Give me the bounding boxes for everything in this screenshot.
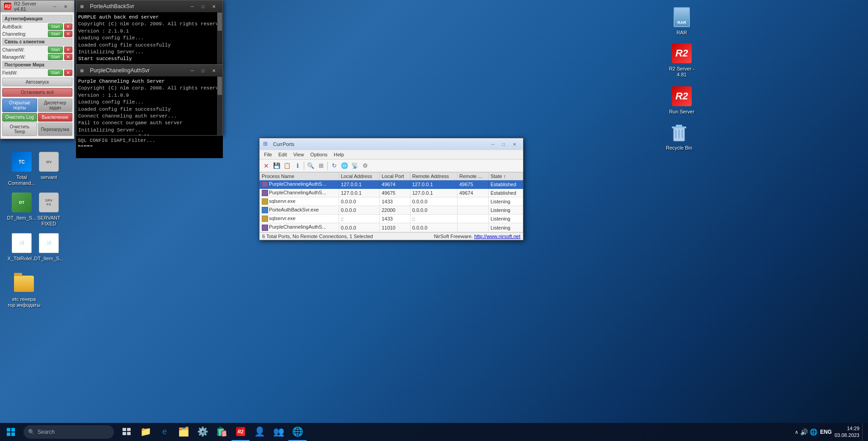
toolbar-properties-btn[interactable]: ℹ (292, 161, 302, 171)
taskbar-network-app[interactable]: 🌐 (288, 423, 307, 441)
toolbar-copy-btn[interactable]: 📋 (282, 161, 292, 171)
taskbar-search-area[interactable]: 🔍 Search (24, 425, 114, 439)
toolbar-save-btn[interactable]: 💾 (272, 161, 282, 171)
shutdown-btn[interactable]: Выключение (38, 113, 73, 122)
managerw-start-btn[interactable]: Start (48, 54, 63, 60)
toolbar-extra-btn[interactable]: ⚙ (360, 161, 370, 171)
clear-temp-btn[interactable]: Очистить Temp (2, 122, 37, 136)
taskbar-user[interactable]: 👤 (250, 423, 269, 441)
taskbar-speaker-icon[interactable]: 🔊 (800, 428, 808, 436)
taskbar-task-view[interactable] (118, 423, 136, 441)
recycle-bin-desktop-icon[interactable]: Recycle Bin (661, 120, 697, 153)
channelw-stop-btn[interactable]: ✕ (64, 47, 72, 53)
taskbar-settings[interactable]: ⚙️ (193, 423, 212, 441)
run-server-desktop-icon[interactable]: R2 Run Server (664, 84, 700, 117)
purple-scrollbar-thumb (217, 77, 222, 95)
open-ports-btn[interactable]: Открытые порты (2, 99, 37, 112)
dt-item-s2-icon[interactable]: 📄 DT_Item_S... (31, 230, 67, 263)
cell-process-name: sqlservr.exe (260, 197, 339, 206)
purple-close-btn[interactable]: ✕ (209, 66, 219, 75)
menu-file[interactable]: File (261, 151, 275, 158)
cell-local-addr: :: (339, 215, 379, 223)
currports-close-btn[interactable]: ✕ (509, 140, 519, 148)
cell-local-addr: 127.0.0.1 (339, 189, 379, 197)
taskbar-group[interactable]: 👥 (269, 423, 288, 441)
r2-minimize-btn[interactable]: ─ (50, 2, 60, 10)
servant-fixed-icon[interactable]: SRVFX SERVANTFIXED (31, 190, 67, 229)
taskbar-clock[interactable]: 14:29 03.08.2023 (835, 425, 859, 439)
fieldw-start-btn[interactable]: Start (48, 70, 63, 76)
purple-maximize-btn[interactable]: □ (198, 66, 208, 75)
svg-rect-8 (7, 432, 10, 436)
taskbar-network-icon[interactable]: 🌐 (810, 428, 817, 436)
authback-start-btn[interactable]: Start (48, 23, 63, 30)
menu-options[interactable]: Options (307, 151, 330, 158)
purple-line-8: Initializing Server... (78, 127, 221, 134)
porte-scrollbar[interactable] (217, 12, 222, 65)
menu-help[interactable]: Help (331, 151, 347, 158)
stop-all-btn[interactable]: Остановить всё (2, 88, 72, 97)
porte-close-btn[interactable]: ✕ (209, 2, 219, 10)
table-row[interactable]: sqlservr.exe :: 1433 :: Listening (260, 215, 523, 223)
porte-maximize-btn[interactable]: □ (198, 2, 208, 10)
r2-panel-titlebar[interactable]: R2 R2 Server v4.81 ─ ✕ (0, 0, 74, 12)
restart-btn[interactable]: Перезагрузка (38, 122, 73, 136)
taskbar-edge[interactable]: e (156, 423, 174, 441)
col-remote-port[interactable]: Remote ... (457, 173, 488, 180)
col-state[interactable]: State ↑ (488, 173, 523, 180)
fieldw-stop-btn[interactable]: ✕ (64, 70, 72, 76)
table-row[interactable]: PurpleChannelingAuthS... 127.0.0.1 49674… (260, 180, 523, 189)
purple-terminal-titlebar[interactable]: ■ PurpleChanelIngAuthSvr ─ □ ✕ (76, 65, 222, 76)
lang-badge[interactable]: ENG (820, 429, 832, 435)
table-row[interactable]: PurpleChannelingAuthS... 0.0.0.0 11010 0… (260, 223, 523, 232)
clear-log-btn[interactable]: Очистить Log (2, 113, 37, 122)
toolbar-refresh-btn[interactable]: ↻ (329, 161, 339, 171)
servant-icon[interactable]: srv servant (31, 149, 67, 182)
toolbar-filter-btn[interactable]: 🔍 (306, 161, 316, 171)
col-local-address[interactable]: Local Address (339, 173, 379, 180)
col-local-port[interactable]: Local Port (380, 173, 410, 180)
toolbar-web-btn[interactable]: 🌐 (340, 161, 349, 171)
toolbar-whois-btn[interactable]: 📡 (350, 161, 360, 171)
ports-tasks-row: Открытые порты Диспетчер задач (2, 99, 72, 112)
r2-close-btn[interactable]: ✕ (61, 2, 71, 10)
etc-gen-icon[interactable]: etc генератор инфодаты (4, 271, 44, 310)
toolbar-filter2-btn[interactable]: ⊞ (316, 161, 326, 171)
purple-minimize-btn[interactable]: ─ (187, 66, 197, 75)
managerw-stop-btn[interactable]: ✕ (64, 54, 72, 60)
porte-line-6: Initializing Server... (78, 49, 221, 56)
purple-scrollbar[interactable] (217, 76, 222, 135)
currports-maximize-btn[interactable]: □ (499, 140, 509, 148)
currports-titlebar[interactable]: ⊞ CurrPorts ─ □ ✕ (259, 138, 523, 150)
channeling-stop-btn[interactable]: ✕ (64, 31, 72, 37)
taskbar-explorer[interactable]: 🗂️ (175, 423, 193, 441)
rar-desktop-icon[interactable]: RAR RAR (664, 5, 700, 38)
r2server-desktop-icon[interactable]: R2 R2 Server -4.81 (664, 41, 700, 80)
recycle-bin-icon (668, 122, 690, 143)
menu-view[interactable]: View (291, 151, 307, 158)
cmd-content: SQL CONFIG ISAPI_Filter... PORTS (76, 136, 223, 146)
table-row[interactable]: sqlservr.exe 0.0.0.0 1433 0.0.0.0 Listen… (260, 197, 523, 206)
col-remote-address[interactable]: Remote Address (410, 173, 457, 180)
taskbar-store[interactable]: 🛍️ (212, 423, 231, 441)
porte-terminal-titlebar[interactable]: ■ PorteAuthBackSvr ─ □ ✕ (76, 0, 222, 12)
channelw-start-btn[interactable]: Start (48, 47, 63, 53)
toolbar-close-btn[interactable]: ✕ (261, 161, 271, 171)
authback-stop-btn[interactable]: ✕ (64, 23, 72, 30)
channeling-start-btn[interactable]: Start (48, 31, 63, 37)
menu-edit[interactable]: Edit (276, 151, 290, 158)
taskbar-file-explorer[interactable]: 📁 (137, 423, 155, 441)
table-row[interactable]: PurpleChannelingAuthS... 127.0.0.1 49675… (260, 189, 523, 197)
show-desktop-btn[interactable] (862, 423, 864, 441)
task-manager-btn[interactable]: Диспетчер задач (38, 99, 73, 112)
taskbar-up-arrow[interactable]: ∧ (795, 429, 798, 435)
col-process-name[interactable]: Process Name (260, 173, 339, 180)
nirsoft-link[interactable]: http://www.nirsoft.net (474, 234, 520, 239)
taskbar-r2-pinned[interactable]: R2 (231, 423, 250, 441)
table-row[interactable]: PorteAuthBackSvr.exe 0.0.0.0 22000 0.0.0… (260, 206, 523, 215)
cell-local-port: 11010 (380, 223, 410, 232)
autostart-btn[interactable]: Автозапуск (2, 78, 72, 86)
currports-minimize-btn[interactable]: ─ (488, 140, 498, 148)
porte-minimize-btn[interactable]: ─ (187, 2, 197, 10)
start-button[interactable] (0, 423, 22, 441)
